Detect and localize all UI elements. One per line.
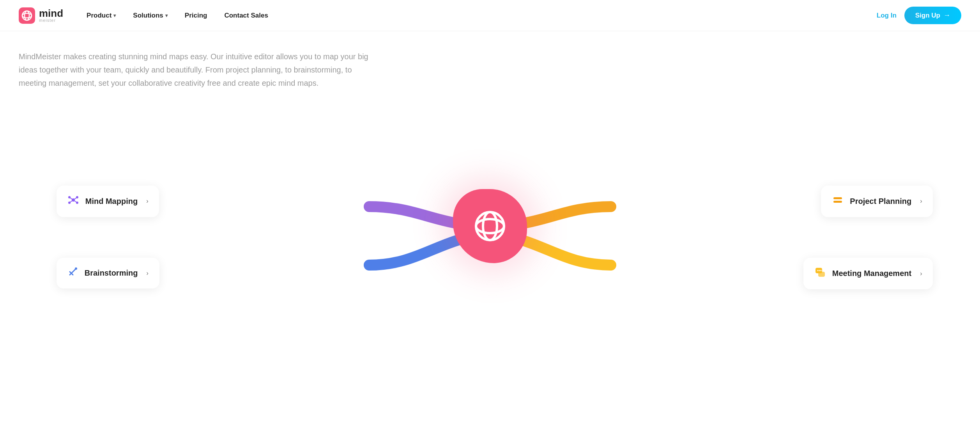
svg-point-21 bbox=[817, 270, 818, 271]
card-meeting-management[interactable]: Meeting Management › bbox=[803, 258, 933, 289]
nav-actions: Log In Sign Up → bbox=[877, 7, 961, 24]
nav-solutions[interactable]: Solutions ▾ bbox=[133, 12, 167, 19]
project-planning-icon bbox=[832, 194, 844, 209]
brainstorming-icon bbox=[67, 266, 78, 280]
card-project-planning[interactable]: Project Planning › bbox=[821, 186, 933, 217]
svg-rect-0 bbox=[19, 7, 35, 24]
chevron-right-icon: › bbox=[146, 270, 148, 277]
nav-links: Product ▾ Solutions ▾ Pricing Contact Sa… bbox=[87, 12, 877, 19]
chevron-down-icon: ▾ bbox=[165, 13, 168, 18]
logo-meister-text: meister bbox=[39, 18, 63, 23]
signup-button[interactable]: Sign Up → bbox=[904, 7, 961, 24]
meeting-management-label: Meeting Management bbox=[832, 269, 911, 278]
card-brainstorming[interactable]: Brainstorming › bbox=[57, 258, 159, 288]
logo-icon bbox=[19, 7, 35, 24]
svg-rect-20 bbox=[818, 272, 825, 277]
center-node bbox=[453, 189, 527, 263]
chevron-down-icon: ▾ bbox=[113, 13, 116, 18]
mind-mapping-icon bbox=[67, 194, 79, 209]
center-logo-icon bbox=[469, 205, 511, 248]
nav-pricing[interactable]: Pricing bbox=[185, 12, 207, 19]
brainstorming-label: Brainstorming bbox=[85, 269, 138, 278]
svg-rect-17 bbox=[833, 197, 842, 199]
navigation: mind meister Product ▾ Solutions ▾ Prici… bbox=[0, 0, 980, 31]
chevron-right-icon: › bbox=[920, 270, 922, 277]
svg-rect-18 bbox=[833, 201, 842, 203]
project-planning-label: Project Planning bbox=[850, 197, 911, 206]
login-button[interactable]: Log In bbox=[877, 12, 897, 19]
mind-mapping-label: Mind Mapping bbox=[85, 197, 138, 206]
svg-point-6 bbox=[476, 219, 504, 233]
chevron-right-icon: › bbox=[920, 198, 922, 205]
logo[interactable]: mind meister bbox=[19, 7, 63, 24]
hero-description: MindMeister makes creating stunning mind… bbox=[19, 50, 370, 90]
svg-point-23 bbox=[820, 270, 821, 271]
chevron-right-icon: › bbox=[146, 198, 148, 205]
svg-point-5 bbox=[483, 212, 497, 240]
mindmap-area: Mind Mapping › Brainstorming › Proj bbox=[19, 113, 961, 339]
svg-point-22 bbox=[819, 270, 820, 271]
nav-contact-sales[interactable]: Contact Sales bbox=[224, 12, 268, 19]
nav-product[interactable]: Product ▾ bbox=[87, 12, 116, 19]
card-mind-mapping[interactable]: Mind Mapping › bbox=[57, 186, 159, 217]
svg-point-16 bbox=[75, 267, 77, 270]
svg-point-4 bbox=[476, 212, 504, 240]
logo-mind-text: mind bbox=[39, 8, 63, 18]
arrow-icon: → bbox=[943, 11, 950, 19]
meeting-management-icon bbox=[814, 266, 826, 281]
hero-section: MindMeister makes creating stunning mind… bbox=[0, 31, 980, 339]
